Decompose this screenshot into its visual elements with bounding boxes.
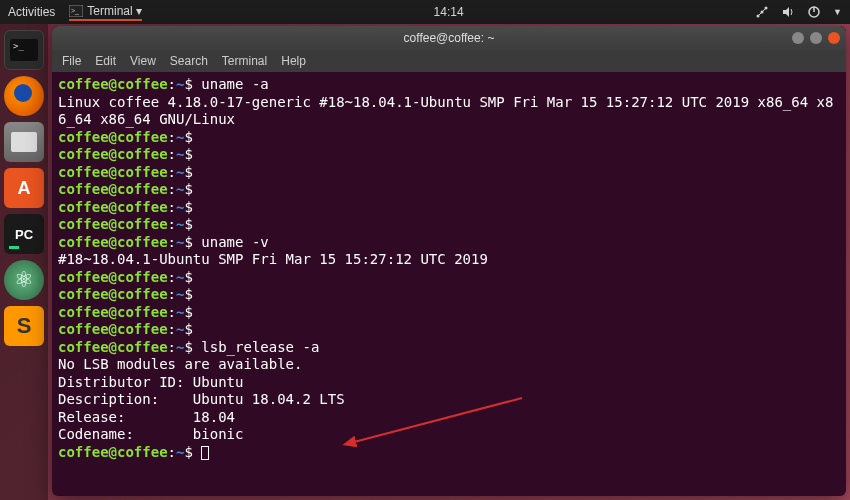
terminal-prompt-line: coffee@coffee:~$ [58,146,840,164]
dock-icon-sublime[interactable]: S [4,306,44,346]
close-button[interactable] [828,32,840,44]
terminal-prompt-line: coffee@coffee:~$ [58,304,840,322]
terminal-output-line: Release: 18.04 [58,409,840,427]
volume-icon [781,5,795,19]
terminal-prompt-line: coffee@coffee:~$ [58,269,840,287]
dock: A PC ⚛ S [0,24,48,500]
terminal-prompt-line: coffee@coffee:~$ uname -v [58,234,840,252]
dock-icon-terminal[interactable] [4,30,44,70]
command-text: lsb_release -a [201,339,319,355]
terminal-prompt-line: coffee@coffee:~$ [58,199,840,217]
menu-search[interactable]: Search [170,54,208,68]
terminal-prompt-line: coffee@coffee:~$ [58,321,840,339]
prompt-user-host: coffee@coffee [58,129,168,145]
prompt-user-host: coffee@coffee [58,269,168,285]
prompt-user-host: coffee@coffee [58,199,168,215]
prompt-user-host: coffee@coffee [58,146,168,162]
minimize-button[interactable] [792,32,804,44]
titlebar[interactable]: coffee@coffee: ~ [52,26,846,50]
clock[interactable]: 14:14 [142,5,755,19]
prompt-user-host: coffee@coffee [58,164,168,180]
menubar: File Edit View Search Terminal Help [52,50,846,72]
terminal-prompt-line: coffee@coffee:~$ uname -a [58,76,840,94]
dock-icon-files[interactable] [4,122,44,162]
prompt-user-host: coffee@coffee [58,444,168,460]
dock-icon-pycharm[interactable]: PC [4,214,44,254]
prompt-user-host: coffee@coffee [58,181,168,197]
command-text: uname -a [201,76,268,92]
terminal-output-line: Description: Ubuntu 18.04.2 LTS [58,391,840,409]
terminal-prompt-line: coffee@coffee:~$ [58,286,840,304]
terminal-icon: >_ [69,5,83,17]
terminal-output-line: #18~18.04.1-Ubuntu SMP Fri Mar 15 15:27:… [58,251,840,269]
terminal-output-line: Distributor ID: Ubuntu [58,374,840,392]
terminal-prompt-line: coffee@coffee:~$ [58,181,840,199]
dock-icon-software[interactable]: A [4,168,44,208]
terminal-prompt-line: coffee@coffee:~$ [58,444,840,462]
network-icon [755,5,769,19]
prompt-user-host: coffee@coffee [58,339,168,355]
current-app-indicator[interactable]: >_ Terminal ▾ [69,4,142,21]
window-title: coffee@coffee: ~ [404,31,495,45]
terminal-output-line: No LSB modules are available. [58,356,840,374]
menu-edit[interactable]: Edit [95,54,116,68]
menu-view[interactable]: View [130,54,156,68]
dock-icon-firefox[interactable] [4,76,44,116]
chevron-down-icon: ▼ [833,7,842,17]
terminal-prompt-line: coffee@coffee:~$ [58,216,840,234]
dock-icon-atom[interactable]: ⚛ [4,260,44,300]
maximize-button[interactable] [810,32,822,44]
system-tray[interactable]: ▼ [755,5,842,19]
menu-terminal[interactable]: Terminal [222,54,267,68]
terminal-prompt-line: coffee@coffee:~$ lsb_release -a [58,339,840,357]
terminal-prompt-line: coffee@coffee:~$ [58,164,840,182]
app-label: Terminal ▾ [87,4,142,18]
power-icon [807,5,821,19]
menu-help[interactable]: Help [281,54,306,68]
prompt-user-host: coffee@coffee [58,304,168,320]
terminal-body[interactable]: coffee@coffee:~$ uname -aLinux coffee 4.… [52,72,846,496]
gnome-top-panel: Activities >_ Terminal ▾ 14:14 ▼ [0,0,850,24]
cursor [201,446,209,460]
activities-button[interactable]: Activities [8,5,55,19]
prompt-user-host: coffee@coffee [58,216,168,232]
svg-text:>_: >_ [71,7,79,15]
terminal-output-line: Codename: bionic [58,426,840,444]
prompt-user-host: coffee@coffee [58,321,168,337]
prompt-user-host: coffee@coffee [58,76,168,92]
terminal-window: coffee@coffee: ~ File Edit View Search T… [52,26,846,496]
prompt-user-host: coffee@coffee [58,234,168,250]
command-text: uname -v [201,234,268,250]
terminal-output-line: Linux coffee 4.18.0-17-generic #18~18.04… [58,94,840,129]
terminal-prompt-line: coffee@coffee:~$ [58,129,840,147]
prompt-user-host: coffee@coffee [58,286,168,302]
menu-file[interactable]: File [62,54,81,68]
